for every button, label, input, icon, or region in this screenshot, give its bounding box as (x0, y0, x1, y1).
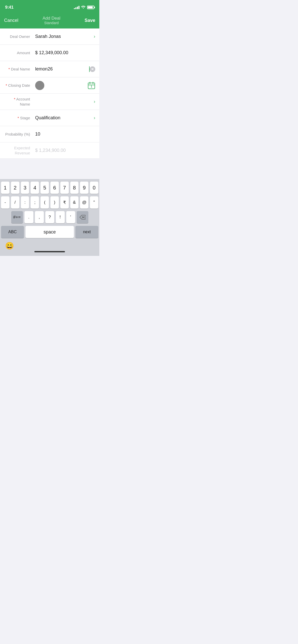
key-hashtag-equals[interactable]: #+= (11, 211, 23, 223)
required-star-4: * (18, 116, 20, 120)
key-question[interactable]: ? (45, 211, 54, 223)
signal-icon (74, 6, 79, 9)
key-ampersand[interactable]: & (70, 196, 79, 209)
deal-owner-row[interactable]: Deal Owner Sarah Jonas › (0, 28, 99, 45)
deal-owner-label: Deal Owner (0, 34, 33, 39)
probability-label: Probability (%) (0, 132, 33, 137)
symbol-row-1: - / : ; ( ) ₹ & @ " (1, 196, 98, 209)
clear-button[interactable]: ✕ (90, 66, 95, 72)
account-name-chevron: › (94, 99, 99, 104)
key-slash[interactable]: / (11, 196, 19, 209)
status-bar: 9:41 (0, 0, 99, 13)
stage-label: * Stage (0, 115, 33, 121)
key-quote[interactable]: " (90, 196, 98, 209)
probability-value: 10 (33, 131, 99, 137)
deal-owner-value: Sarah Jonas (33, 34, 94, 39)
emoji-bar: 😄 (1, 240, 98, 251)
probability-row[interactable]: Probability (%) 10 (0, 126, 99, 142)
expected-revenue-value: $ 1,234,900.00 (33, 148, 66, 153)
key-rupee[interactable]: ₹ (60, 196, 69, 209)
stage-value: Qualification (33, 115, 94, 121)
wifi-icon (81, 5, 86, 9)
bottom-keyboard-row: ABC space next (1, 226, 98, 238)
account-name-row[interactable]: * AccountName › (0, 94, 99, 110)
stage-row[interactable]: * Stage Qualification › (0, 110, 99, 126)
nav-subtitle: Standard (44, 21, 59, 25)
battery-icon (87, 6, 94, 9)
space-key[interactable]: space (25, 226, 74, 238)
key-semicolon[interactable]: ; (31, 196, 39, 209)
nav-center: Add Deal Standard (43, 16, 60, 25)
status-time: 9:41 (5, 5, 13, 10)
date-picker-dot (35, 81, 44, 90)
deal-name-input-wrapper[interactable]: lemon26 (33, 66, 90, 72)
deal-name-label: * Deal Name (0, 67, 33, 72)
deal-name-row[interactable]: * Deal Name lemon26 ✕ (0, 61, 99, 77)
amount-row[interactable]: Amount $ 12,349,000.00 (0, 45, 99, 61)
expected-revenue-label: ExpectedRevenue (0, 145, 33, 155)
account-name-label: * AccountName (0, 97, 33, 107)
key-at[interactable]: @ (80, 196, 88, 209)
amount-value: $ 12,349,000.00 (33, 50, 99, 55)
cancel-button[interactable]: Cancel (4, 18, 18, 23)
key-apostrophe[interactable]: ' (66, 211, 75, 223)
key-1[interactable]: 1 (1, 182, 9, 194)
symbol-row-2: #+= . , ? ! ' (1, 211, 98, 223)
deal-name-text: lemon26 (35, 66, 89, 72)
expected-revenue-row: ExpectedRevenue $ 1,234,900.00 (0, 142, 99, 159)
closing-date-row[interactable]: * Closing Date 1 (0, 77, 99, 94)
required-star-3: * (14, 97, 16, 101)
key-close-paren[interactable]: ) (50, 196, 59, 209)
svg-text:1: 1 (91, 85, 92, 88)
deal-owner-chevron: › (94, 34, 99, 39)
key-colon[interactable]: : (21, 196, 29, 209)
save-button[interactable]: Save (85, 18, 95, 23)
key-0[interactable]: 0 (90, 182, 98, 194)
key-open-paren[interactable]: ( (40, 196, 49, 209)
key-period[interactable]: . (24, 211, 33, 223)
key-9[interactable]: 9 (80, 182, 88, 194)
backspace-key[interactable] (77, 211, 88, 223)
key-7[interactable]: 7 (60, 182, 69, 194)
calendar-icon[interactable]: 1 (88, 82, 95, 89)
key-4[interactable]: 4 (31, 182, 39, 194)
key-dash[interactable]: - (1, 196, 9, 209)
nav-bar: Cancel Add Deal Standard Save (0, 13, 99, 28)
required-star-2: * (6, 83, 8, 87)
key-comma[interactable]: , (35, 211, 44, 223)
key-exclamation[interactable]: ! (56, 211, 65, 223)
home-indicator (1, 251, 98, 255)
key-6[interactable]: 6 (50, 182, 59, 194)
gray-spacer (0, 159, 99, 179)
closing-date-label: * Closing Date (0, 83, 33, 88)
status-icons (74, 5, 94, 9)
form-container: Deal Owner Sarah Jonas › Amount $ 12,349… (0, 28, 99, 159)
key-8[interactable]: 8 (70, 182, 79, 194)
keyboard: 1 2 3 4 5 6 7 8 9 0 - / : ; ( ) ₹ & @ " … (0, 179, 99, 256)
number-row: 1 2 3 4 5 6 7 8 9 0 (1, 182, 98, 194)
home-bar (34, 251, 65, 252)
amount-label: Amount (0, 50, 33, 55)
emoji-icon[interactable]: 😄 (5, 242, 14, 250)
key-2[interactable]: 2 (11, 182, 19, 194)
required-star: * (8, 67, 11, 71)
key-3[interactable]: 3 (21, 182, 29, 194)
stage-chevron: › (94, 115, 99, 121)
next-key[interactable]: next (75, 226, 98, 238)
abc-key[interactable]: ABC (1, 226, 24, 238)
key-5[interactable]: 5 (40, 182, 49, 194)
nav-title: Add Deal (43, 16, 60, 21)
svg-rect-1 (88, 83, 95, 85)
